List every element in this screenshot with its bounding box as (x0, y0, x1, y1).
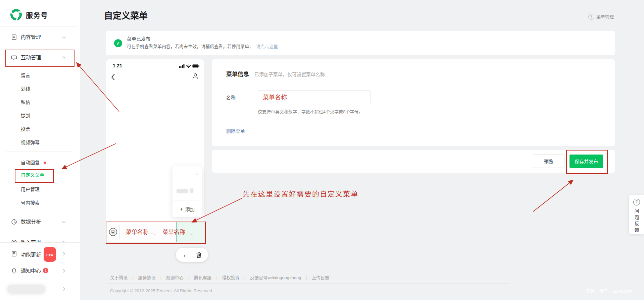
menubar-divider (119, 225, 120, 239)
sidebar: 服务号 内容管理 互动管理 留言 划线 私信 提到 投票 视频弹幕 自动回复 自… (0, 0, 80, 300)
footer-link[interactable]: 反馈官号weixingongzhong (250, 274, 301, 281)
menu-management-help[interactable]: ? 菜单管理 (588, 13, 614, 20)
copyright: Copyright © 2012-2025 Tencent. All Right… (110, 288, 213, 293)
brand: 服务号 (10, 9, 48, 21)
sidebar-item-notification-center[interactable]: 通知中心1 (0, 264, 80, 278)
sidebar-item-interaction-mgmt[interactable]: 互动管理 (0, 51, 80, 64)
sidebar-item-data-analysis[interactable]: 数据分析 (0, 215, 80, 229)
sidebar-sub-divider (6, 152, 72, 152)
sidebar-item-feature-update[interactable]: 功能更新new (0, 247, 80, 260)
menu-item-2[interactable]: 菜单名称 (158, 222, 189, 242)
delete-menu-link[interactable]: 删除菜单 (226, 127, 245, 134)
notification-dot (44, 162, 46, 164)
phone-time: 1:21 (113, 63, 122, 68)
keyboard-icon[interactable] (109, 228, 117, 236)
phone-back-icon[interactable] (111, 73, 115, 81)
section-hint: 已添加子菜单，仅可设置菜单名称 (254, 71, 325, 77)
brand-logo-icon (10, 9, 22, 21)
phone-status-icons (179, 64, 200, 68)
annotation-tip-text: 先在这里设置好需要的自定义菜单 (243, 188, 358, 198)
brand-name: 服务号 (26, 10, 48, 20)
save-publish-button[interactable]: 保存并发布 (569, 155, 603, 168)
footer-link[interactable]: 腾讯客服 (194, 274, 211, 281)
success-check-icon: ✓ (114, 39, 122, 47)
submenu-item[interactable] (172, 166, 202, 183)
chat-bubble-icon (11, 55, 17, 61)
chevron-down-icon (61, 220, 66, 224)
sidebar-item-votes[interactable]: 投票 (0, 122, 80, 136)
name-helper-text: 仅支持中英文和数字，字数不超过4个汉字或8个字母。 (258, 108, 363, 115)
menu-info-card: 菜单信息 已添加子菜单，仅可设置菜单名称 名称 仅支持中英文和数字，字数不超过4… (212, 59, 615, 146)
action-bar: 预览 保存并发布 (212, 150, 615, 173)
watermark: 图片上传于：28life.com (586, 288, 632, 294)
submenu-item[interactable] (172, 183, 202, 200)
feedback-label: 问题反馈 (633, 208, 640, 234)
footer-link[interactable]: 关于腾讯 (110, 274, 128, 281)
footer-links: 关于腾讯| 服务协议| 规则中心| 腾讯客服| 侵权投诉| 反馈官号weixin… (110, 274, 329, 281)
notice-body: 可在手机查看菜单内容，若尚未生效，请稍后查看。若停用菜单，请点击这里 (127, 43, 278, 49)
add-submenu-button[interactable]: + 添加 (172, 200, 202, 218)
preview-button[interactable]: 预览 (533, 155, 564, 168)
add-label: 添加 (185, 206, 195, 213)
sidebar-item-account-search[interactable]: 号内搜索 (0, 196, 80, 209)
document-icon (11, 34, 17, 40)
phone-menubar: 菜单名称 菜单名称 (106, 222, 204, 242)
menu-name-input[interactable] (258, 91, 370, 103)
sidebar-item-label: 内容管理 (21, 31, 41, 44)
feedback-tab[interactable]: ? 问题反馈 (629, 195, 644, 234)
name-label: 名称 (226, 94, 236, 101)
menu-edit-toolbar: ← (176, 248, 208, 262)
publish-notice-card: ✓ 菜单已发布 可在手机查看菜单内容，若尚未生效，请稍后查看。若停用菜单，请点击… (106, 31, 615, 55)
redacted-account-name (7, 285, 45, 294)
chevron-right-icon (61, 268, 66, 273)
question-icon: ? (588, 14, 594, 20)
sidebar-item-content-mgmt[interactable]: 内容管理 (0, 31, 80, 44)
pie-chart-icon (11, 219, 17, 225)
footer-link[interactable]: 规则中心 (166, 274, 184, 281)
sidebar-item-custom-menu[interactable]: 自定义菜单 (0, 168, 80, 182)
sidebar-divider (0, 26, 78, 26)
chevron-right-icon (61, 287, 66, 291)
submenu-popup: + 添加 (172, 166, 202, 217)
person-icon[interactable] (192, 72, 199, 80)
help-label: 菜单管理 (596, 13, 614, 20)
sidebar-item-underline[interactable]: 划线 (0, 82, 80, 96)
chevron-right-icon (61, 251, 66, 256)
undo-arrow-icon[interactable]: ← (183, 251, 189, 259)
footer-divider (106, 283, 510, 284)
sidebar-item-auto-reply[interactable]: 自动回复 (0, 156, 80, 169)
section-title: 菜单信息 (226, 69, 249, 78)
count-badge: 1 (43, 268, 48, 273)
sidebar-item-private-msg[interactable]: 私信 (0, 96, 80, 109)
footer-link[interactable]: 侵权投诉 (222, 274, 240, 281)
sidebar-item-video-danmu[interactable]: 视频弹幕 (0, 136, 80, 149)
notice-title: 菜单已发布 (127, 35, 150, 42)
sidebar-item-account[interactable] (0, 282, 80, 296)
disable-menu-link[interactable]: 请点击这里 (256, 44, 278, 49)
book-icon (11, 251, 17, 257)
new-badge: new (44, 247, 56, 262)
question-icon: ? (633, 199, 640, 205)
chevron-up-icon (61, 55, 66, 60)
page-title: 自定义菜单 (104, 9, 148, 21)
sidebar-bottom-panel: 功能更新new 通知中心1 (0, 243, 80, 300)
menu-item-1[interactable]: 菜单名称 (121, 222, 153, 242)
menu-info-header: 菜单信息 已添加子菜单，仅可设置菜单名称 (226, 69, 325, 78)
sidebar-item-mentions[interactable]: 提到 (0, 109, 80, 122)
sidebar-item-messages[interactable]: 留言 (0, 69, 80, 82)
footer-link[interactable]: 服务协议 (138, 274, 155, 281)
trash-icon[interactable] (196, 252, 202, 258)
plus-icon: + (180, 206, 183, 212)
sidebar-item-user-mgmt[interactable]: 用户管理 (0, 183, 80, 196)
footer-link[interactable]: 上传日志 (312, 274, 329, 281)
chevron-down-icon (61, 35, 66, 40)
sidebar-item-label: 互动管理 (21, 51, 41, 64)
bell-icon (11, 268, 17, 274)
